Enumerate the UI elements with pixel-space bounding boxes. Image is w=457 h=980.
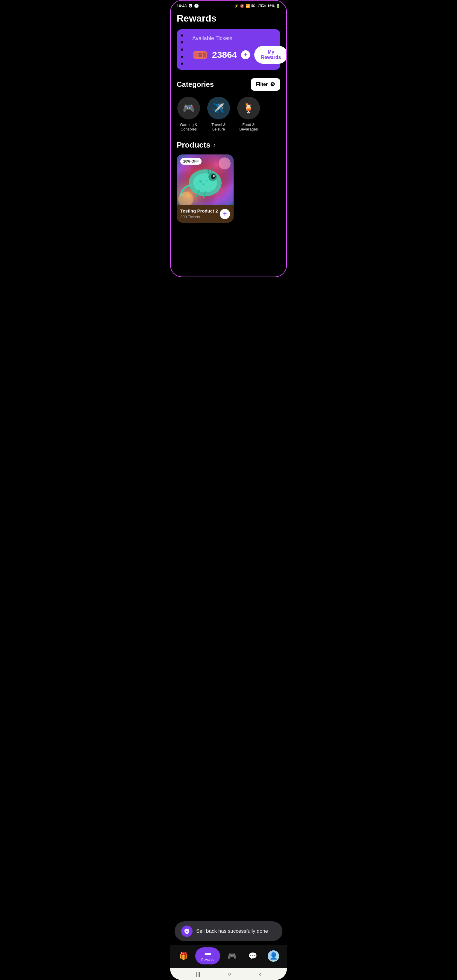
products-title: Products <box>177 140 210 150</box>
status-left: 16:43 🖼 🕐 <box>177 3 199 8</box>
svg-point-8 <box>199 180 202 183</box>
dot <box>181 41 183 43</box>
categories-section: Categories Filter ⚙ 🎮 Gaming & Consoles … <box>177 78 280 131</box>
signal-text: 5G↑ LTE2↑ <box>251 4 266 8</box>
products-arrow-icon[interactable]: › <box>213 141 216 149</box>
discount-badge: 20% OFF <box>180 158 202 165</box>
tickets-card: Available Tickets 🎟️ 23864 + My Rewards <box>177 29 280 70</box>
food-icon-circle: 🍹 <box>237 97 260 119</box>
dotted-border <box>181 29 183 70</box>
add-tickets-button[interactable]: + <box>241 50 250 59</box>
svg-point-14 <box>222 194 233 205</box>
gaming-icon-circle: 🎮 <box>177 97 200 119</box>
tickets-label: Available Tickets <box>192 35 274 41</box>
product-image: 20% OFF <box>177 154 234 205</box>
product-info: Testing Product 2 300 Tickets + <box>177 205 234 223</box>
svg-point-7 <box>213 175 215 177</box>
wifi-icon: 📶 <box>245 4 250 8</box>
my-rewards-button[interactable]: My Rewards <box>254 46 287 64</box>
ticket-emoji: 🎟️ <box>192 48 208 62</box>
page-title: Rewards <box>177 13 280 24</box>
product-card-1[interactable]: 20% OFF Testing Product 2 300 Tickets + <box>177 154 234 223</box>
svg-point-10 <box>205 180 208 182</box>
categories-header: Categories Filter ⚙ <box>177 78 280 91</box>
ticket-count: 23864 <box>212 50 237 60</box>
status-bar: 16:43 🖼 🕐 ⚡ 🔇 📶 5G↑ LTE2↑ 16% 🔋 <box>171 1 286 10</box>
category-gaming[interactable]: 🎮 Gaming & Consoles <box>177 97 201 131</box>
svg-point-12 <box>219 158 231 169</box>
categories-title: Categories <box>177 80 214 89</box>
status-right: ⚡ 🔇 📶 5G↑ LTE2↑ 16% 🔋 <box>234 4 280 8</box>
mute-icon: 🔇 <box>240 4 244 8</box>
products-header: Products › <box>177 140 280 150</box>
clock-icon: 🕐 <box>194 3 199 8</box>
battery-display: 16% <box>268 4 275 8</box>
filter-label: Filter <box>256 82 268 87</box>
category-food[interactable]: 🍹 Food & Bevarages <box>237 97 261 131</box>
filter-button[interactable]: Filter ⚙ <box>251 78 280 91</box>
dot <box>181 56 183 58</box>
product-add-button[interactable]: + <box>220 209 230 219</box>
battery-icon: 🔋 <box>276 4 280 8</box>
categories-list: 🎮 Gaming & Consoles ✈️ Travel & Leisure … <box>177 97 280 131</box>
dot <box>181 34 183 37</box>
gaming-label: Gaming & Consoles <box>177 123 201 131</box>
dot <box>181 48 183 51</box>
products-section: Products › <box>177 140 280 223</box>
photo-icon: 🖼 <box>188 3 192 8</box>
filter-sliders-icon: ⚙ <box>270 81 275 88</box>
time-display: 16:43 <box>177 3 186 8</box>
tickets-row: 🎟️ 23864 + My Rewards <box>192 46 274 64</box>
main-content: Rewards Available Tickets 🎟️ 23864 + My … <box>171 10 286 277</box>
svg-point-9 <box>202 183 205 186</box>
food-label: Food & Bevarages <box>237 123 261 131</box>
travel-icon-circle: ✈️ <box>207 97 230 119</box>
category-travel[interactable]: ✈️ Travel & Leisure <box>207 97 231 131</box>
bluetooth-icon: ⚡ <box>234 4 239 8</box>
dot <box>181 62 183 65</box>
svg-point-11 <box>196 183 199 185</box>
travel-label: Travel & Leisure <box>207 123 231 131</box>
